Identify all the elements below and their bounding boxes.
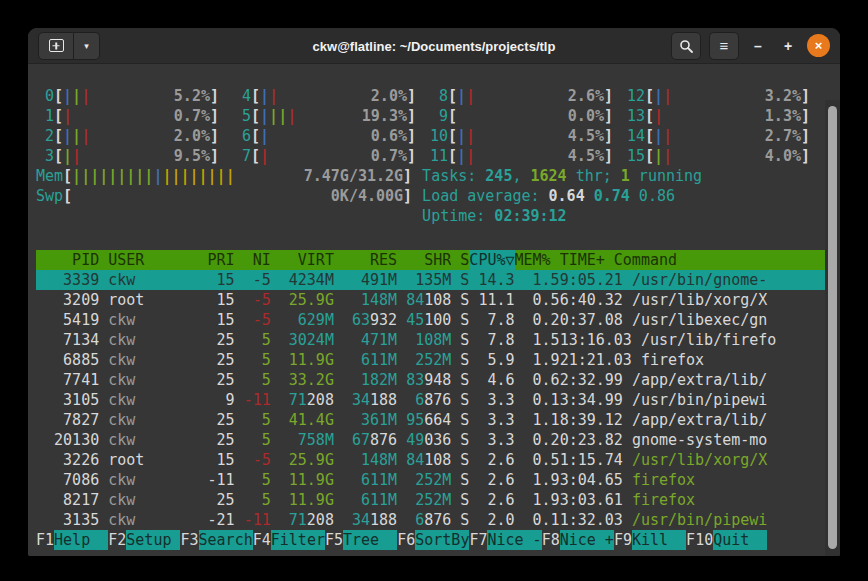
fkey-f7[interactable]: F7Nice - xyxy=(469,530,541,550)
fkey-f8[interactable]: F8Nice + xyxy=(542,530,614,550)
fkey-f5[interactable]: F5Tree xyxy=(325,530,397,550)
cpu-meter-2: 2[|||2.0%] xyxy=(36,126,233,146)
cpu-meter-10: 10[||4.5%] xyxy=(430,126,627,146)
fkey-f2[interactable]: F2Setup xyxy=(108,530,180,550)
menu-button[interactable]: ≡ xyxy=(709,32,739,60)
column-header-ni[interactable]: NI xyxy=(235,250,271,270)
process-row-5419[interactable]: 5419ckw15-5629M6393245100S7.80.20:37.08/… xyxy=(36,310,826,330)
process-row-7827[interactable]: 7827ckw25541.4G361M95664S3.31.18:39.12/a… xyxy=(36,410,826,430)
cpu-meter-6: 6[|0.6%] xyxy=(233,126,430,146)
hamburger-menu-icon: ≡ xyxy=(720,37,729,54)
process-row-20130[interactable]: 20130ckw255758M6787649036S3.30.20:23.82g… xyxy=(36,430,826,450)
maximize-icon: + xyxy=(784,38,792,54)
chevron-down-icon: ▾ xyxy=(84,41,89,51)
cpu-meter-4: 4[||2.0%] xyxy=(233,86,430,106)
table-header-row: PIDUSERPRINIVIRTRESSHRSCPU%▽MEM%TIME+Com… xyxy=(36,250,826,270)
process-row-8217[interactable]: 8217ckw25511.9G611M252MS2.61.93:03.61fir… xyxy=(36,490,826,510)
column-header-cpu%[interactable]: CPU%▽ xyxy=(469,250,514,270)
close-button[interactable]: × xyxy=(807,34,830,57)
column-header-pid[interactable]: PID xyxy=(36,250,99,270)
column-header-s[interactable]: S xyxy=(451,250,469,270)
new-tab-button[interactable] xyxy=(38,32,74,60)
cpu-meter-7: 7[|0.7%] xyxy=(233,146,430,166)
fkey-f10[interactable]: F10Quit xyxy=(686,530,767,550)
search-button[interactable] xyxy=(671,32,701,60)
minimize-icon: – xyxy=(754,38,762,54)
cpu-meter-15: 15[||4.0%] xyxy=(627,146,824,166)
process-row-6885[interactable]: 6885ckw25511.9G611M252MS5.91.921:21.03fi… xyxy=(36,350,826,370)
process-row-7134[interactable]: 7134ckw2553024M471M108MS7.81.513:16.03/u… xyxy=(36,330,826,350)
mem-meter: Mem[||||||||||||||||||7.47G/31.2G] xyxy=(36,166,422,186)
swp-meter: Swp[0K/4.00G] xyxy=(36,186,422,206)
load-average: Load average: 0.64 0.74 0.86 xyxy=(422,186,824,206)
function-key-bar: F1HelpF2SetupF3SearchF4FilterF5TreeF6Sor… xyxy=(36,530,824,550)
process-row-3209[interactable]: 3209root15-525.9G148M84108S11.10.56:40.3… xyxy=(36,290,826,310)
new-tab-icon xyxy=(49,39,64,52)
cpu-meters: 0[|||5.2%]4[||2.0%]8[||2.6%]12[||3.2%]1[… xyxy=(36,86,824,166)
scrollbar-track[interactable] xyxy=(825,100,840,556)
uptime: Uptime: 02:39:12 xyxy=(422,206,824,226)
column-header-virt[interactable]: VIRT xyxy=(271,250,334,270)
column-header-user[interactable]: USER xyxy=(99,250,198,270)
cpu-meter-3: 3[||9.5%] xyxy=(36,146,233,166)
fkey-f6[interactable]: F6SortBy xyxy=(397,530,469,550)
process-row-3135[interactable]: 3135ckw-21-1171208341886876S2.00.11:32.0… xyxy=(36,510,826,530)
titlebar[interactable]: ▾ ckw@flatline: ~/Documents/projects/tlp… xyxy=(28,28,840,64)
column-header-pri[interactable]: PRI xyxy=(199,250,235,270)
terminal-window: ▾ ckw@flatline: ~/Documents/projects/tlp… xyxy=(28,28,840,556)
process-row-3339[interactable]: 3339ckw15-54234M491M135MS14.31.59:05.21/… xyxy=(36,270,826,290)
terminal-content: 0[|||5.2%]4[||2.0%]8[||2.6%]12[||3.2%]1[… xyxy=(28,64,840,556)
fkey-f1[interactable]: F1Help xyxy=(36,530,108,550)
process-row-3226[interactable]: 3226root15-525.9G148M84108S2.60.51:15.74… xyxy=(36,450,826,470)
cpu-meter-1: 1[|0.7%] xyxy=(36,106,233,126)
cpu-meter-5: 5[||||19.3%] xyxy=(233,106,430,126)
process-row-7741[interactable]: 7741ckw25533.2G182M83948S4.60.62:32.99/a… xyxy=(36,370,826,390)
tasks-summary: Tasks: 245, 1624 thr; 1 running xyxy=(422,166,824,186)
cpu-meter-9: 9[0.0%] xyxy=(430,106,627,126)
search-icon xyxy=(679,39,693,53)
cpu-meter-12: 12[||3.2%] xyxy=(627,86,824,106)
column-header-time+[interactable]: TIME+ xyxy=(560,250,605,270)
close-icon: × xyxy=(815,38,823,53)
scrollbar-thumb[interactable] xyxy=(828,106,837,549)
window-title: ckw@flatline: ~/Documents/projects/tlp xyxy=(313,38,556,53)
cpu-meter-0: 0[|||5.2%] xyxy=(36,86,233,106)
process-row-3105[interactable]: 3105ckw9-1171208341886876S3.30.13:34.99/… xyxy=(36,390,826,410)
cpu-meter-13: 13[|1.3%] xyxy=(627,106,824,126)
column-header-command[interactable]: Command xyxy=(605,250,826,270)
cpu-meter-8: 8[||2.6%] xyxy=(430,86,627,106)
cpu-meter-14: 14[||2.7%] xyxy=(627,126,824,146)
minimize-button[interactable]: – xyxy=(747,35,769,57)
column-header-mem%[interactable]: MEM% xyxy=(515,250,560,270)
column-header-shr[interactable]: SHR xyxy=(397,250,451,270)
tab-button-group: ▾ xyxy=(38,32,100,60)
cpu-meter-11: 11[||4.5%] xyxy=(430,146,627,166)
fkey-f4[interactable]: F4Filter xyxy=(253,530,325,550)
fkey-f9[interactable]: F9Kill xyxy=(614,530,686,550)
fkey-f3[interactable]: F3Search xyxy=(180,530,252,550)
process-table: PIDUSERPRINIVIRTRESSHRSCPU%▽MEM%TIME+Com… xyxy=(36,250,826,530)
process-row-7086[interactable]: 7086ckw-11511.9G611M252MS2.61.93:04.65fi… xyxy=(36,470,826,490)
tab-chooser-button[interactable]: ▾ xyxy=(74,32,100,60)
column-header-res[interactable]: RES xyxy=(334,250,397,270)
maximize-button[interactable]: + xyxy=(777,35,799,57)
